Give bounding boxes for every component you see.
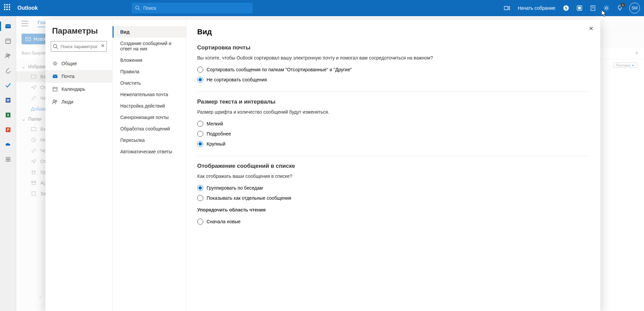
hamburger-icon[interactable]: [22, 21, 28, 26]
panel-heading: Вид: [197, 28, 590, 36]
diamond-icon: [39, 295, 42, 300]
search-icon: [53, 44, 58, 49]
tips-badge: 1: [620, 3, 625, 7]
close-settings-icon[interactable]: ✕: [589, 25, 594, 32]
subitem-sync[interactable]: Синхронизация почты: [113, 112, 186, 123]
category-mail[interactable]: Почта: [45, 70, 112, 83]
gear-icon: [52, 61, 58, 67]
svg-rect-24: [8, 157, 10, 159]
rail-mail-icon[interactable]: [0, 19, 16, 34]
subitem-attachments[interactable]: Вложения: [113, 54, 186, 66]
search-box[interactable]: [132, 3, 253, 13]
display-heading: Отображение сообщений в списке: [197, 163, 590, 169]
subitem-sweep[interactable]: Очистить: [113, 77, 186, 89]
clear-search-icon[interactable]: ✕: [101, 43, 105, 48]
folders-section-label: Папки: [28, 116, 41, 122]
svg-point-0: [136, 6, 139, 9]
meet-camera-icon[interactable]: [500, 0, 514, 16]
brand-label: Outlook: [17, 5, 38, 11]
subitem-actions[interactable]: Настройка действий: [113, 100, 186, 112]
sent-icon: [31, 159, 36, 164]
rail-people-icon[interactable]: [0, 48, 16, 63]
chevron-down-icon: ⌄: [22, 116, 26, 122]
settings-panel: Параметры ✕ Общие Почта Календарь Люди В…: [45, 20, 600, 311]
rail-powerpoint-icon[interactable]: P: [0, 122, 16, 137]
search-icon: [135, 5, 140, 11]
tips-bulb-icon[interactable]: 1: [613, 0, 627, 16]
notes-header-icon[interactable]: [586, 0, 600, 16]
display-option-conversations[interactable]: Группировать по беседам: [197, 183, 590, 193]
archive-icon: [31, 180, 36, 186]
drafts-icon: [31, 95, 36, 101]
svg-rect-13: [6, 39, 10, 43]
svg-rect-25: [6, 160, 8, 161]
subitem-auto-replies[interactable]: Автоматические ответы: [113, 146, 186, 157]
search-input[interactable]: [143, 5, 249, 11]
junk-icon: [31, 137, 36, 143]
svg-line-51: [56, 47, 58, 49]
mouse-cursor-icon: [602, 10, 607, 17]
settings-search-box[interactable]: ✕: [51, 41, 107, 52]
svg-rect-54: [53, 87, 57, 91]
svg-point-16: [8, 54, 10, 56]
reading-order-heading: Упорядочить область чтения: [197, 207, 590, 212]
subitem-junk[interactable]: Нежелательная почта: [113, 89, 186, 100]
rail-calendar-icon[interactable]: [0, 34, 16, 48]
mail-icon: [26, 36, 31, 42]
trash-icon: [31, 169, 36, 175]
svg-text:P: P: [7, 128, 9, 132]
app-launcher-icon[interactable]: [4, 4, 12, 12]
ad-label-reading: Реклама: [613, 63, 637, 68]
svg-line-1: [139, 9, 140, 10]
svg-rect-53: [53, 75, 57, 78]
rail-more-apps-icon[interactable]: [0, 152, 16, 167]
radio-icon: [197, 219, 203, 225]
settings-subitems-column: Вид Создание сообщений и ответ на них Вл…: [113, 20, 186, 311]
radio-icon: [197, 185, 203, 191]
start-meeting-button[interactable]: Начать собрание: [518, 5, 555, 11]
sort-option-none[interactable]: Не сортировать сообщения: [197, 75, 590, 85]
inbox-icon: [31, 74, 36, 79]
display-description: Как отображать ваши сообщения в списке?: [197, 173, 590, 179]
svg-point-50: [53, 44, 57, 48]
top-bar: Outlook Начать собрание S 1 SM: [0, 0, 644, 16]
skype-icon[interactable]: S: [559, 0, 573, 16]
svg-rect-27: [26, 37, 31, 41]
size-option-large[interactable]: Крупный: [197, 139, 590, 149]
svg-rect-6: [578, 7, 581, 9]
svg-rect-41: [32, 182, 35, 185]
settings-search-input[interactable]: [51, 41, 107, 52]
size-option-small[interactable]: Мелкий: [197, 119, 590, 129]
subitem-rules[interactable]: Правила: [113, 66, 186, 77]
rail-excel-icon[interactable]: X: [0, 108, 16, 122]
svg-point-15: [6, 54, 8, 56]
svg-rect-23: [6, 157, 8, 159]
radio-icon: [197, 141, 203, 147]
rail-onedrive-icon[interactable]: [0, 137, 16, 152]
banner-close-icon[interactable]: ✕: [635, 50, 639, 55]
svg-text:X: X: [7, 113, 9, 117]
size-option-medium[interactable]: Подробнее: [197, 129, 590, 139]
account-avatar[interactable]: SM: [629, 3, 640, 13]
ad-info-icon[interactable]: [632, 64, 635, 67]
rail-todo-icon[interactable]: [0, 78, 16, 93]
people-icon: [52, 99, 58, 105]
svg-rect-2: [504, 6, 508, 10]
teams-icon[interactable]: [573, 0, 586, 16]
rail-files-icon[interactable]: [0, 63, 16, 78]
subitem-handling[interactable]: Обработка сообщений: [113, 123, 186, 134]
display-option-individual[interactable]: Показывать как отдельные сообщения: [197, 193, 590, 203]
svg-point-56: [53, 100, 55, 102]
subitem-view[interactable]: Вид: [113, 26, 186, 38]
subitem-compose[interactable]: Создание сообщений и ответ на них: [113, 38, 186, 54]
category-general[interactable]: Общие: [45, 57, 112, 70]
subitem-forwarding[interactable]: Пересылка: [113, 134, 186, 146]
radio-icon: [197, 121, 203, 127]
category-people[interactable]: Люди: [45, 95, 112, 108]
category-calendar[interactable]: Календарь: [45, 83, 112, 95]
inbox-icon: [31, 126, 36, 132]
svg-text:S: S: [565, 6, 567, 10]
reading-option-newest[interactable]: Сначала новые: [197, 217, 590, 227]
rail-word-icon[interactable]: W: [0, 93, 16, 108]
sort-option-focused[interactable]: Сортировать сообщения по папкам "Отсорти…: [197, 65, 590, 75]
